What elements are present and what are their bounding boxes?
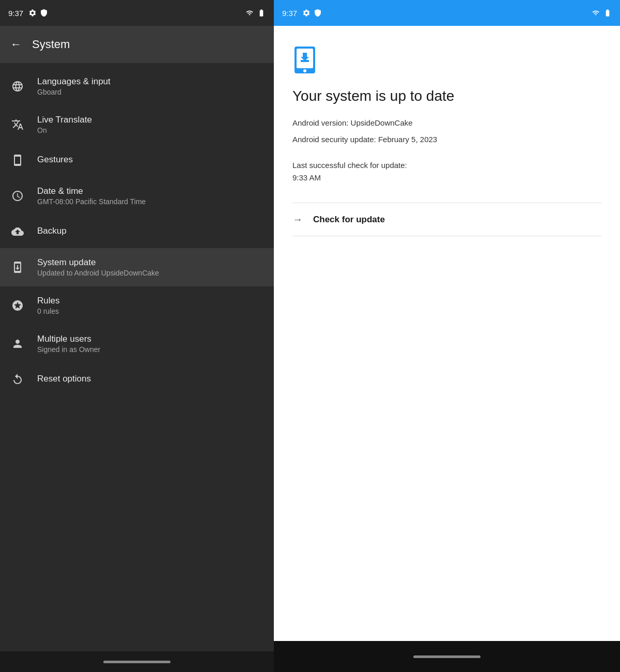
time-right: 9:37 bbox=[282, 9, 297, 18]
system-update-icon-large bbox=[292, 47, 601, 78]
gestures-icon bbox=[10, 153, 25, 167]
status-right-right bbox=[591, 9, 612, 17]
shield-icon-right bbox=[314, 9, 322, 17]
sidebar-item-multiple-users[interactable]: Multiple users Signed in as Owner bbox=[0, 325, 274, 363]
nav-pill-left bbox=[103, 661, 171, 663]
rules-icon bbox=[10, 298, 25, 313]
back-button[interactable]: ← bbox=[10, 38, 22, 51]
system-update-subtitle: Updated to Android UpsideDownCake bbox=[37, 269, 159, 277]
clock-icon bbox=[10, 189, 25, 203]
toolbar-left: ← System bbox=[0, 26, 274, 63]
divider-bottom bbox=[292, 236, 601, 236]
sidebar-item-system-update[interactable]: System update Updated to Android UpsideD… bbox=[0, 248, 274, 286]
sidebar-item-rules[interactable]: Rules 0 rules bbox=[0, 286, 274, 325]
wifi-icon-right bbox=[591, 9, 600, 17]
globe-icon bbox=[10, 79, 25, 94]
users-icon bbox=[10, 337, 25, 351]
page-title-left: System bbox=[32, 38, 70, 51]
android-version: Android version: UpsideDownCake bbox=[292, 117, 601, 129]
rules-subtitle: 0 rules bbox=[37, 307, 59, 315]
live-translate-title: Live Translate bbox=[37, 115, 92, 125]
date-time-title: Date & time bbox=[37, 186, 146, 196]
shield-icon bbox=[40, 9, 48, 17]
reset-icon bbox=[10, 372, 25, 387]
bottom-nav-right bbox=[274, 641, 620, 672]
languages-subtitle: Gboard bbox=[37, 88, 111, 96]
sidebar-item-date-time[interactable]: Date & time GMT-08:00 Pacific Standard T… bbox=[0, 177, 274, 215]
gear-icon-right bbox=[302, 9, 311, 17]
check-for-update-button[interactable]: → Check for update bbox=[292, 203, 601, 236]
security-update: Android security update: February 5, 202… bbox=[292, 133, 601, 146]
bottom-nav-left bbox=[0, 651, 274, 672]
arrow-right-icon: → bbox=[292, 213, 303, 225]
wifi-icon-left bbox=[245, 9, 254, 17]
sidebar-item-backup[interactable]: Backup bbox=[0, 215, 274, 248]
date-time-subtitle: GMT-08:00 Pacific Standard Time bbox=[37, 197, 146, 206]
status-right-left bbox=[245, 9, 266, 17]
check-update-label: Check for update bbox=[313, 215, 385, 225]
status-bar-left: 9:37 bbox=[0, 0, 274, 26]
settings-list: Languages & input Gboard Live Translate … bbox=[0, 63, 274, 651]
sidebar-item-reset-options[interactable]: Reset options bbox=[0, 363, 274, 396]
last-check-label: Last successful check for update: 9:33 A… bbox=[292, 159, 601, 184]
gestures-title: Gestures bbox=[37, 155, 73, 165]
battery-icon-left bbox=[257, 9, 266, 17]
backup-icon bbox=[10, 224, 25, 239]
update-content: Your system is up to date Android versio… bbox=[274, 26, 620, 641]
reset-options-title: Reset options bbox=[37, 374, 91, 384]
left-panel: 9:37 ← System bbox=[0, 0, 274, 672]
battery-icon-right bbox=[603, 9, 612, 17]
sidebar-item-languages[interactable]: Languages & input Gboard bbox=[0, 67, 274, 105]
backup-title: Backup bbox=[37, 226, 67, 236]
sidebar-item-gestures[interactable]: Gestures bbox=[0, 144, 274, 177]
time-left: 9:37 bbox=[8, 9, 23, 18]
status-icons-right bbox=[302, 9, 322, 17]
svg-point-4 bbox=[303, 69, 306, 72]
update-title: Your system is up to date bbox=[292, 88, 601, 104]
multiple-users-subtitle: Signed in as Owner bbox=[37, 345, 100, 354]
nav-pill-right bbox=[413, 655, 481, 658]
multiple-users-title: Multiple users bbox=[37, 334, 100, 344]
status-bar-right: 9:37 bbox=[274, 0, 620, 26]
gear-icon bbox=[28, 9, 37, 17]
right-panel: 9:37 bbox=[274, 0, 620, 672]
live-translate-subtitle: On bbox=[37, 126, 92, 134]
sidebar-item-live-translate[interactable]: Live Translate On bbox=[0, 105, 274, 144]
translate-icon bbox=[10, 117, 25, 132]
system-update-title: System update bbox=[37, 257, 159, 268]
status-icons-left bbox=[28, 9, 48, 17]
languages-title: Languages & input bbox=[37, 77, 111, 87]
rules-title: Rules bbox=[37, 296, 59, 306]
system-update-icon bbox=[10, 260, 25, 274]
